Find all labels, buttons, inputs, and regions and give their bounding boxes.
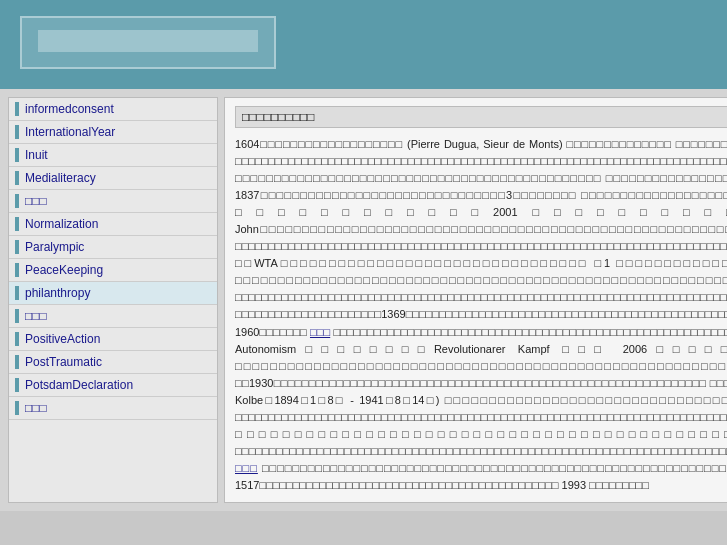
year-1930: 1930 <box>249 377 273 389</box>
sidebar-bullet <box>15 355 19 369</box>
sidebar-label-posttraumatic: PostTraumatic <box>25 355 102 369</box>
year-1369: 1369 <box>381 308 405 320</box>
year-1960: 1960 <box>235 326 259 338</box>
sidebar-item-normalization[interactable]: Normalization <box>9 213 217 236</box>
sidebar-label-philanthropy: philanthropy <box>25 286 90 300</box>
link-4[interactable]: □□□ <box>310 326 330 338</box>
sidebar: informedconsent InternationalYear Inuit … <box>8 97 218 503</box>
sidebar-item-paralympic[interactable]: Paralympic <box>9 236 217 259</box>
sidebar-item-posttraumatic[interactable]: PostTraumatic <box>9 351 217 374</box>
term-rev: Revolutionarer Kampf <box>434 343 550 355</box>
sidebar-bullet <box>15 102 19 116</box>
year-2006: 2006 <box>623 343 647 355</box>
content-body: 1604□□□□□□□□□□□□□□□□□□□ (Pierre Dugua, S… <box>235 136 727 494</box>
birth-date: 1□8□ <box>310 394 345 406</box>
birth-year: 1894 <box>274 394 298 406</box>
name-maksymilian: Maksymilian Maria Kolbe <box>235 377 727 406</box>
sidebar-item-potsdamdeclaration[interactable]: PotsdamDeclaration <box>9 374 217 397</box>
sidebar-item-medialiteracy[interactable]: Medialiteracy <box>9 167 217 190</box>
sidebar-label-potsdamdeclaration: PotsdamDeclaration <box>25 378 133 392</box>
link-8[interactable]: □□□ □□□ <box>235 445 727 474</box>
header-title-placeholder <box>38 30 258 52</box>
sidebar-bullet <box>15 125 19 139</box>
sidebar-label-item14: □□□ <box>25 401 47 415</box>
sidebar-bullet <box>15 332 19 346</box>
term-autonomism: Autonomism <box>235 343 296 355</box>
sidebar-label-informedconsent: informedconsent <box>25 102 114 116</box>
sidebar-item-internationalyear[interactable]: InternationalYear <box>9 121 217 144</box>
sidebar-bullet <box>15 148 19 162</box>
sidebar-label-positiveaction: PositiveAction <box>25 332 100 346</box>
year-1517: 1517 <box>235 479 259 491</box>
sidebar-label-peacekeeping: PeaceKeeping <box>25 263 103 277</box>
sidebar-bullet <box>15 378 19 392</box>
header <box>0 0 727 89</box>
sidebar-label-inuit: Inuit <box>25 148 48 162</box>
sidebar-bullet <box>15 194 19 208</box>
sidebar-bullet <box>15 309 19 323</box>
count-1: 1 <box>604 257 610 269</box>
main-container: informedconsent InternationalYear Inuit … <box>0 89 727 511</box>
content-title: □□□□□□□□□□ <box>235 106 727 128</box>
sidebar-bullet <box>15 240 19 254</box>
sidebar-label-item10: □□□ <box>25 309 47 323</box>
sidebar-label-internationalyear: InternationalYear <box>25 125 115 139</box>
content-title-text: □□□□□□□□□□ <box>242 110 314 124</box>
header-title-box <box>20 16 276 69</box>
sidebar-bullet <box>15 401 19 415</box>
sidebar-label-normalization: Normalization <box>25 217 98 231</box>
sidebar-label-paralympic: Paralympic <box>25 240 84 254</box>
content-area: □□□□□□□□□□ 1604□□□□□□□□□□□□□□□□□□□ (Pier… <box>224 97 727 503</box>
wta-label: WTA <box>254 257 278 269</box>
year-1837: 1837 <box>235 189 259 201</box>
sidebar-bullet <box>15 217 19 231</box>
sidebar-item-inuit[interactable]: Inuit <box>9 144 217 167</box>
sidebar-bullet <box>15 171 19 185</box>
sidebar-item-peacekeeping[interactable]: PeaceKeeping <box>9 259 217 282</box>
year-start: 1604 <box>235 138 259 150</box>
person-name: Pierre Dugua, Sieur de Monts <box>411 138 559 150</box>
year-2001: 2001 <box>493 206 517 218</box>
sidebar-label-medialiteracy: Medialiteracy <box>25 171 96 185</box>
sidebar-bullet <box>15 263 19 277</box>
sidebar-item-item5[interactable]: □□□ <box>9 190 217 213</box>
sidebar-item-informedconsent[interactable]: informedconsent <box>9 98 217 121</box>
year-1993: 1993 <box>562 479 586 491</box>
sidebar-item-item14[interactable]: □□□ <box>9 397 217 420</box>
sidebar-item-positiveaction[interactable]: PositiveAction <box>9 328 217 351</box>
sidebar-item-philanthropy[interactable]: philanthropy <box>9 282 217 305</box>
death-date: 1941□8□14□ <box>359 394 436 406</box>
name-john: John <box>235 223 259 235</box>
sidebar-item-item10[interactable]: □□□ <box>9 305 217 328</box>
sidebar-label-item5: □□□ <box>25 194 47 208</box>
sidebar-bullet <box>15 286 19 300</box>
